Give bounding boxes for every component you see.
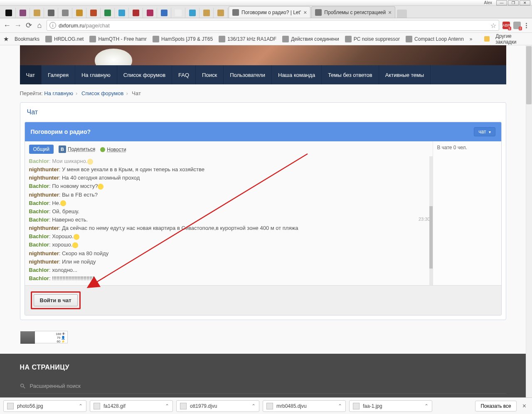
chevron-up-icon[interactable]: ⌃ <box>424 403 429 409</box>
nav-item[interactable]: Наша команда <box>272 65 322 84</box>
extension-icon[interactable]: 2 <box>513 22 521 29</box>
breadcrumb-link[interactable]: Список форумов <box>81 90 123 96</box>
chat-username[interactable]: Bachlor <box>29 183 49 189</box>
window-user: Alex <box>484 0 492 5</box>
download-item[interactable]: faa-1.jpg⌃ <box>349 400 432 412</box>
pinned-tab[interactable] <box>157 8 171 18</box>
forward-button[interactable]: → <box>14 22 22 29</box>
bookmark-star-icon[interactable]: ☆ <box>490 22 496 30</box>
tab-close-icon[interactable]: × <box>303 9 307 16</box>
chevron-up-icon[interactable]: ⌃ <box>165 403 169 409</box>
pinned-tab[interactable] <box>200 8 214 18</box>
address-bar[interactable]: i dxforum.ru/page/chat ☆ <box>47 20 499 31</box>
bookmarks-label[interactable]: Bookmarks <box>15 36 39 42</box>
bookmark-item[interactable]: Compact Loop Antenn <box>406 36 464 42</box>
pinned-tab[interactable] <box>30 8 44 18</box>
page-scrollthumb[interactable] <box>526 46 532 104</box>
chat-username[interactable]: Bachlor <box>29 275 49 281</box>
nav-item[interactable]: Пользователи <box>224 65 272 84</box>
download-item[interactable]: mrb0485.djvu⌃ <box>263 400 346 412</box>
chat-username[interactable]: nighthunter <box>29 250 59 256</box>
pinned-tab[interactable] <box>72 8 86 18</box>
chat-username[interactable]: nighthunter <box>29 225 59 231</box>
tab-close-icon[interactable]: × <box>388 9 392 16</box>
chat-username[interactable]: Bachlor <box>29 233 49 239</box>
browser-tab-inactive[interactable]: Проблемы с регистрацией × <box>311 6 395 18</box>
nav-item[interactable]: Активные темы <box>379 65 431 84</box>
pinned-tab[interactable] <box>129 8 143 18</box>
chat-scrollbar[interactable] <box>429 156 433 285</box>
browser-tab-active[interactable]: Поговорим о радио? | Let' × <box>229 6 310 18</box>
chevron-up-icon[interactable]: ⌃ <box>251 403 256 409</box>
back-button[interactable]: ← <box>3 22 11 29</box>
chevron-up-icon[interactable]: ⌃ <box>79 403 83 409</box>
chat-username[interactable]: Bachlor <box>29 200 49 206</box>
pinned-tab[interactable] <box>214 8 228 18</box>
tab-favicon <box>232 9 239 16</box>
nav-item[interactable]: Темы без ответов <box>322 65 379 84</box>
chat-username[interactable]: nighthunter <box>29 259 59 265</box>
bookmark-item[interactable]: PC noise suppressor <box>345 36 400 42</box>
pinned-tab[interactable] <box>2 8 16 18</box>
pinned-tab[interactable] <box>143 8 157 18</box>
window-minimize[interactable]: — <box>496 0 507 5</box>
footer-search[interactable]: Расширенный поиск <box>20 379 506 394</box>
home-button[interactable]: ⌂ <box>36 22 43 29</box>
chat-username[interactable]: nighthunter <box>29 192 59 198</box>
chat-username[interactable]: Bachlor <box>29 208 49 214</box>
chat-username[interactable]: Bachlor <box>29 158 49 164</box>
nav-item[interactable]: Чат <box>20 65 42 84</box>
nav-item[interactable]: Список форумов <box>117 65 172 84</box>
chevron-up-icon[interactable]: ⌃ <box>338 403 342 409</box>
chat-username[interactable]: nighthunter <box>29 166 59 172</box>
chat-share[interactable]: B Поделиться <box>59 145 95 153</box>
hit-counter[interactable]: 188 👁79 👤60 ⚡ <box>34 328 506 344</box>
chat-username[interactable]: Bachlor <box>29 242 49 248</box>
downloads-close[interactable]: × <box>520 402 529 410</box>
bookmark-item[interactable]: HamSpots [JT9 & JT65 <box>153 36 213 42</box>
page-scrollbar[interactable] <box>526 45 532 397</box>
pinned-tab[interactable] <box>86 8 101 18</box>
site-info-icon[interactable]: i <box>49 22 56 29</box>
pinned-tab[interactable] <box>185 8 200 18</box>
reload-button[interactable]: ⟳ <box>25 22 32 29</box>
nav-item[interactable]: Поиск <box>196 65 224 84</box>
pinned-tab[interactable] <box>101 8 115 18</box>
window-titlebar: Alex — ❐ ✕ <box>0 0 532 6</box>
pinned-tab[interactable] <box>44 8 58 18</box>
window-close[interactable]: ✕ <box>520 0 530 5</box>
pinned-tab[interactable] <box>16 8 30 18</box>
window-maximize[interactable]: ❐ <box>508 0 519 5</box>
chat-message: nighthunter: Или не пойду <box>29 258 429 266</box>
browser-menu-button[interactable] <box>524 21 529 30</box>
bookmark-item[interactable]: HamQTH - Free hamr <box>89 36 147 42</box>
bookmark-item[interactable]: Действия соединени <box>282 36 339 42</box>
new-tab-button[interactable] <box>397 10 407 18</box>
pinned-tab[interactable] <box>115 8 129 18</box>
chat-news[interactable]: Новости <box>100 146 126 153</box>
chat-message: Bachlor: Хорошо. <box>29 232 429 241</box>
bookmark-item[interactable]: 136/137 kHz RA1ADF <box>219 36 276 42</box>
chat-scrollthumb[interactable] <box>429 206 433 269</box>
downloads-show-all[interactable]: Показать все <box>475 401 516 412</box>
other-bookmarks[interactable]: Другие закладки <box>495 33 529 45</box>
nav-item[interactable]: На главную <box>75 65 117 84</box>
nav-item[interactable]: FAQ <box>172 65 196 84</box>
bookmarks-overflow[interactable]: » <box>470 36 473 42</box>
login-chat-button[interactable]: Войти в чат <box>34 294 78 306</box>
download-item[interactable]: photo56.jpg⌃ <box>3 400 86 412</box>
pinned-tab[interactable] <box>58 8 72 18</box>
download-item[interactable]: ott1979.djvu⌃ <box>176 400 259 412</box>
footer-profile[interactable]: Личный раздел <box>20 394 506 397</box>
chat-username[interactable]: Bachlor <box>29 217 49 223</box>
bookmark-item[interactable]: HRDLOG.net <box>45 36 84 42</box>
chat-dropdown[interactable]: чат <box>474 127 495 136</box>
extension-abp-icon[interactable]: ABP1 <box>502 22 510 29</box>
chat-username[interactable]: Bachlor <box>29 267 49 273</box>
nav-item[interactable]: Галерея <box>42 65 75 84</box>
download-item[interactable]: fa1428.gif⌃ <box>90 400 173 412</box>
chat-username[interactable]: nighthunter <box>29 175 59 181</box>
breadcrumb-link[interactable]: На главную <box>44 90 73 96</box>
chat-tab-general[interactable]: Общий <box>29 145 54 154</box>
pinned-tab[interactable] <box>171 8 185 18</box>
